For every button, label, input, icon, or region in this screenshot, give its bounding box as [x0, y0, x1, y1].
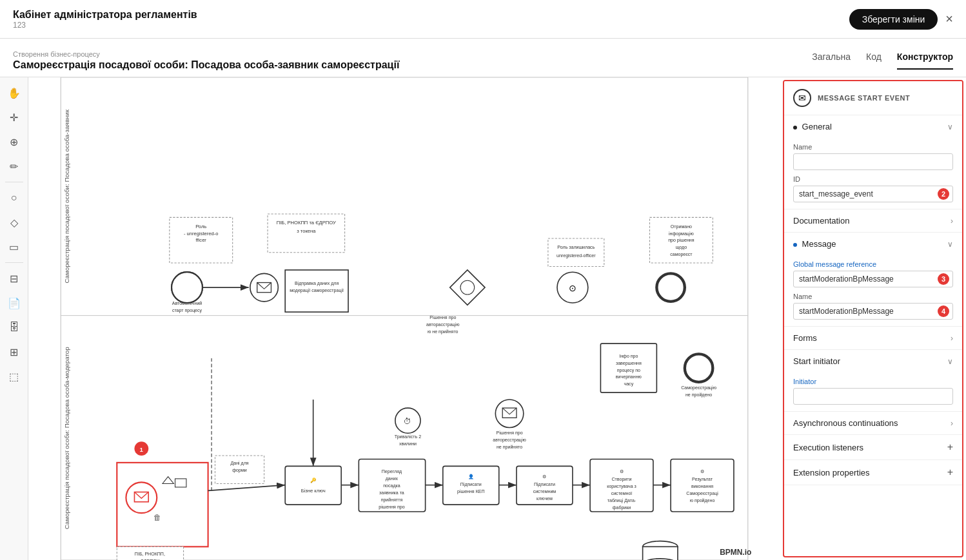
diamond-tool[interactable]: ◇	[4, 212, 25, 233]
section-message-label: Message	[793, 239, 836, 249]
section-documentation: Documentation ›	[784, 209, 962, 233]
move-tool[interactable]: ✛	[4, 107, 25, 128]
svg-rect-1	[61, 77, 747, 316]
nav-left: Створення бізнес-процесу Самореєстрація …	[13, 50, 399, 71]
hand-tool[interactable]: ✋	[4, 82, 25, 103]
section-general-header[interactable]: General ∨	[784, 115, 962, 138]
nav-tabs: Загальна Код Конструктор	[812, 44, 953, 77]
right-panel: ✉ MESSAGE START EVENT General ∨ Name ID	[783, 80, 963, 557]
arrow-right-icon: ›	[951, 217, 953, 226]
svg-text:ПІБ, РНОКПП та ЄДРПОУ: ПІБ, РНОКПП та ЄДРПОУ	[277, 220, 336, 226]
section-start-initiator-header[interactable]: Start initiator ∨	[784, 350, 962, 372]
section-start-initiator-body: Initiator	[784, 378, 962, 411]
svg-text:ключем: ключем	[537, 496, 553, 501]
chevron-down-icon: ∨	[947, 122, 953, 131]
svg-text:про рішення: про рішення	[668, 238, 694, 243]
svg-text:Створити: Створити	[612, 477, 632, 482]
svg-text:часу: часу	[624, 381, 634, 387]
svg-text:щодо: щодо	[676, 245, 687, 250]
svg-text:Самореєстрацію: Самореєстрацію	[681, 385, 716, 391]
forms-arrow-icon: ›	[951, 334, 953, 343]
section-general: General ∨ Name ID 2	[784, 115, 962, 209]
svg-text:таблиці Дата-: таблиці Дата-	[607, 498, 636, 503]
general-dot	[793, 126, 797, 130]
section-forms-header[interactable]: Forms ›	[784, 327, 962, 349]
header: Кабінет адміністратора регламентів 123 З…	[0, 0, 966, 39]
svg-text:⊙: ⊙	[569, 283, 577, 293]
save-button[interactable]: Зберегти зміни	[849, 9, 938, 30]
lane-tool[interactable]: ⊞	[4, 342, 25, 362]
svg-rect-65	[285, 466, 341, 505]
svg-text:модерації самореєстрації: модерації самореєстрації	[290, 288, 344, 293]
svg-text:Відправка даних для: Відправка даних для	[295, 281, 339, 286]
panel-header-title: MESSAGE START EVENT	[818, 94, 910, 102]
message-name-input[interactable]	[793, 303, 953, 320]
svg-text:інформацію: інформацію	[669, 231, 694, 237]
svg-text:старт процесу: старт процесу	[172, 308, 202, 313]
subprocess-tool[interactable]: ⊟	[4, 268, 25, 289]
execution-listeners-add-icon[interactable]: +	[947, 441, 953, 453]
tab-code[interactable]: Код	[866, 52, 882, 70]
svg-text:прийняття: прийняття	[381, 497, 403, 503]
connect-tool[interactable]: ⊕	[4, 131, 25, 152]
svg-text:авторесстрацію: авторесстрацію	[493, 438, 526, 443]
initiator-chevron-icon: ∨	[947, 357, 953, 366]
tab-constructor[interactable]: Конструктор	[897, 52, 953, 70]
rectangle-tool[interactable]: ▭	[4, 237, 25, 257]
svg-text:ю не прийнято: ю не прийнято	[428, 329, 458, 334]
name-input[interactable]	[793, 153, 953, 170]
section-message-header[interactable]: Message ∨	[784, 233, 962, 255]
draw-tool[interactable]: ✏	[4, 156, 25, 177]
svg-text:unregistered-officer: unregistered-officer	[557, 253, 596, 258]
svg-text:вичерпанню: вичерпанню	[616, 374, 642, 380]
svg-text:хвилини: хвилини	[399, 441, 417, 446]
section-documentation-header[interactable]: Documentation ›	[784, 209, 962, 232]
svg-text:даних: даних	[386, 476, 399, 481]
svg-text:BPMN.io: BPMN.io	[720, 548, 751, 557]
global-message-reference-select[interactable]: startModerationBpMessage	[793, 271, 953, 287]
close-button[interactable]: ×	[945, 12, 953, 26]
svg-text:Рішення про: Рішення про	[429, 315, 456, 320]
extension-properties-label: Extension properties	[793, 468, 870, 478]
section-execution-listeners[interactable]: Execution listeners +	[784, 435, 962, 460]
message-chevron-icon: ∨	[947, 240, 953, 249]
panel-header: ✉ MESSAGE START EVENT	[784, 81, 962, 115]
svg-text:ю пройдено: ю пройдено	[690, 498, 715, 503]
id-input[interactable]	[793, 186, 953, 202]
message-icon: ✉	[798, 93, 806, 103]
section-async-label: Asynchronous continuations	[793, 418, 898, 428]
initiator-label: Initiator	[793, 378, 953, 385]
svg-text:фабрики: фабрики	[613, 505, 631, 510]
id-field-wrapper: 2	[793, 186, 953, 202]
section-extension-properties[interactable]: Extension properties +	[784, 460, 962, 485]
svg-text:Самореєстраці: Самореєстраці	[686, 491, 718, 496]
svg-text:Перегляд: Перегляд	[382, 469, 402, 474]
svg-rect-31	[548, 238, 604, 266]
breadcrumb: Створення бізнес-процесу	[13, 50, 399, 58]
file-tool[interactable]: 📄	[4, 293, 25, 313]
message-name-label: Name	[793, 293, 953, 300]
app-title: Кабінет адміністратора регламентів	[13, 9, 197, 21]
svg-text:виконання: виконання	[691, 484, 713, 488]
async-arrow-icon: ›	[951, 419, 953, 428]
circle-tool[interactable]: ○	[4, 188, 25, 208]
svg-text:Бізне ключ: Бізне ключ	[301, 488, 326, 494]
extension-properties-add-icon[interactable]: +	[947, 467, 953, 478]
database-tool[interactable]: 🗄	[4, 317, 25, 338]
name-label: Name	[793, 143, 953, 151]
section-general-label: General	[793, 122, 832, 131]
svg-text:Рішення про: Рішення про	[497, 430, 523, 436]
section-async: Asynchronous continuations ›	[784, 412, 962, 435]
diagram-canvas[interactable]: Самореєстрація посадової особи: Посадова…	[28, 77, 780, 560]
svg-point-14	[172, 272, 202, 303]
section-start-initiator: Start initiator ∨ Initiator	[784, 350, 962, 412]
tab-general[interactable]: Загальна	[812, 52, 851, 70]
section-async-header[interactable]: Asynchronous continuations ›	[784, 412, 962, 434]
initiator-input[interactable]	[793, 388, 953, 405]
svg-point-34	[656, 273, 684, 301]
svg-text:посадка: посадка	[383, 483, 400, 488]
svg-text:рішення про: рішення про	[379, 505, 404, 510]
app-subtitle: 123	[13, 21, 197, 30]
dotted-tool[interactable]: ⬚	[4, 366, 25, 387]
svg-text:Дані для: Дані для	[230, 461, 248, 466]
